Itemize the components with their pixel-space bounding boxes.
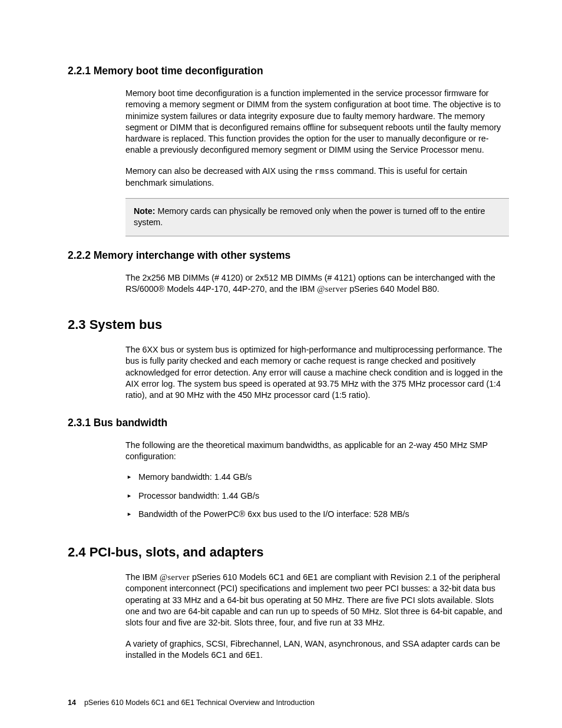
section-2-4-body: The IBM @server pSeries 610 Models 6C1 a…	[125, 572, 509, 661]
list-item: Bandwidth of the PowerPC® 6xx bus used t…	[125, 509, 509, 527]
para: The 6XX bus or system bus is optimized f…	[125, 344, 509, 401]
footer-title: pSeries 610 Models 6C1 and 6E1 Technical…	[84, 699, 315, 707]
para: Memory can also be decreased with AIX us…	[125, 166, 509, 189]
eserver-logo-text: @server	[160, 572, 190, 582]
section-2-3-1-body: The following are the theoretical maximu…	[125, 440, 509, 527]
page: 2.2.1 Memory boot time deconfiguration M…	[0, 0, 562, 728]
text: The IBM	[125, 572, 160, 582]
heading-2-2-1: 2.2.1 Memory boot time deconfiguration	[68, 65, 509, 77]
text: pSeries 640 Model B80.	[347, 284, 439, 294]
page-number: 14	[68, 699, 76, 707]
note-label: Note:	[134, 206, 156, 216]
para: Memory boot time deconfiguration is a fu…	[125, 88, 509, 156]
para: The 2x256 MB DIMMs (# 4120) or 2x512 MB …	[125, 272, 509, 295]
para: The IBM @server pSeries 610 Models 6C1 a…	[125, 572, 509, 628]
heading-2-3-1: 2.3.1 Bus bandwidth	[68, 417, 509, 429]
text: The 2x256 MB DIMMs (# 4120) or 2x512 MB …	[125, 273, 495, 294]
note-text: Memory cards can physically be removed o…	[134, 206, 485, 227]
section-2-2-2-body: The 2x256 MB DIMMs (# 4120) or 2x512 MB …	[125, 272, 509, 295]
para: The following are the theoretical maximu…	[125, 440, 509, 463]
note-box: Note: Memory cards can physically be rem…	[125, 198, 509, 236]
text: Memory can also be decreased with AIX us…	[125, 166, 315, 176]
list-item: Processor bandwidth: 1.44 GB/s	[125, 490, 509, 509]
heading-2-2-2: 2.2.2 Memory interchange with other syst…	[68, 249, 509, 262]
eserver-logo-text: @server	[317, 284, 347, 294]
para: A variety of graphics, SCSI, Fibrechanne…	[125, 638, 509, 661]
page-footer: 14pSeries 610 Models 6C1 and 6E1 Technic…	[68, 699, 315, 707]
section-2-2-1-body: Memory boot time deconfiguration is a fu…	[125, 88, 509, 236]
heading-2-3: 2.3 System bus	[68, 317, 509, 332]
heading-2-4: 2.4 PCI-bus, slots, and adapters	[68, 545, 509, 560]
command-rmss: rmss	[315, 167, 335, 176]
bullet-list: Memory bandwidth: 1.44 GB/s Processor ba…	[125, 472, 509, 527]
section-2-3-body: The 6XX bus or system bus is optimized f…	[125, 344, 509, 401]
list-item: Memory bandwidth: 1.44 GB/s	[125, 472, 509, 490]
